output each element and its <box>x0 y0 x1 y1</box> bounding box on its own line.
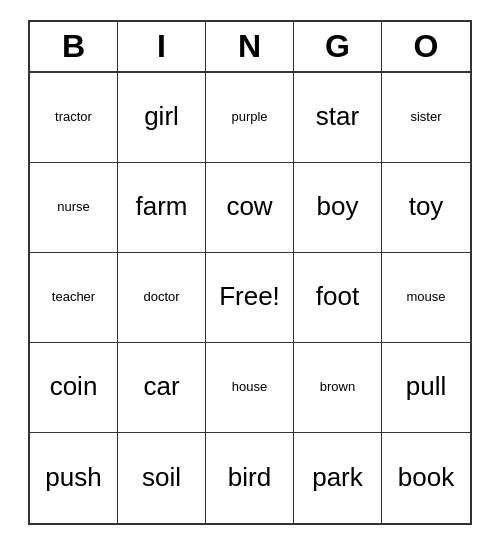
bingo-cell: foot <box>294 253 382 343</box>
cell-label: brown <box>320 379 355 395</box>
cell-label: push <box>45 462 101 493</box>
bingo-cell: toy <box>382 163 470 253</box>
cell-label: farm <box>136 191 188 222</box>
bingo-cell: bird <box>206 433 294 523</box>
cell-label: soil <box>142 462 181 493</box>
cell-label: car <box>143 371 179 402</box>
cell-label: sister <box>410 109 441 125</box>
bingo-cell: sister <box>382 73 470 163</box>
cell-label: bird <box>228 462 271 493</box>
bingo-cell: brown <box>294 343 382 433</box>
bingo-cell: house <box>206 343 294 433</box>
bingo-cell: car <box>118 343 206 433</box>
bingo-cell: girl <box>118 73 206 163</box>
cell-label: house <box>232 379 267 395</box>
cell-label: star <box>316 101 359 132</box>
bingo-cell: star <box>294 73 382 163</box>
bingo-cell: boy <box>294 163 382 253</box>
bingo-cell: farm <box>118 163 206 253</box>
cell-label: park <box>312 462 363 493</box>
cell-label: pull <box>406 371 446 402</box>
cell-label: doctor <box>143 289 179 305</box>
bingo-cell: Free! <box>206 253 294 343</box>
cell-label: girl <box>144 101 179 132</box>
bingo-cell: teacher <box>30 253 118 343</box>
bingo-cell: doctor <box>118 253 206 343</box>
cell-label: toy <box>409 191 444 222</box>
header-letter: G <box>294 22 382 71</box>
bingo-cell: coin <box>30 343 118 433</box>
cell-label: foot <box>316 281 359 312</box>
bingo-cell: push <box>30 433 118 523</box>
header-letter: O <box>382 22 470 71</box>
bingo-cell: park <box>294 433 382 523</box>
cell-label: mouse <box>406 289 445 305</box>
cell-label: boy <box>317 191 359 222</box>
bingo-cell: soil <box>118 433 206 523</box>
cell-label: teacher <box>52 289 95 305</box>
cell-label: purple <box>231 109 267 125</box>
bingo-card: BINGO tractorgirlpurplestarsisternursefa… <box>28 20 472 525</box>
bingo-grid: tractorgirlpurplestarsisternursefarmcowb… <box>30 73 470 523</box>
cell-label: nurse <box>57 199 90 215</box>
header-letter: B <box>30 22 118 71</box>
bingo-cell: tractor <box>30 73 118 163</box>
bingo-header: BINGO <box>30 22 470 73</box>
cell-label: tractor <box>55 109 92 125</box>
bingo-cell: cow <box>206 163 294 253</box>
bingo-cell: purple <box>206 73 294 163</box>
cell-label: coin <box>50 371 98 402</box>
header-letter: N <box>206 22 294 71</box>
cell-label: book <box>398 462 454 493</box>
cell-label: cow <box>226 191 272 222</box>
header-letter: I <box>118 22 206 71</box>
bingo-cell: nurse <box>30 163 118 253</box>
bingo-cell: mouse <box>382 253 470 343</box>
bingo-cell: pull <box>382 343 470 433</box>
bingo-cell: book <box>382 433 470 523</box>
cell-label: Free! <box>219 281 280 312</box>
